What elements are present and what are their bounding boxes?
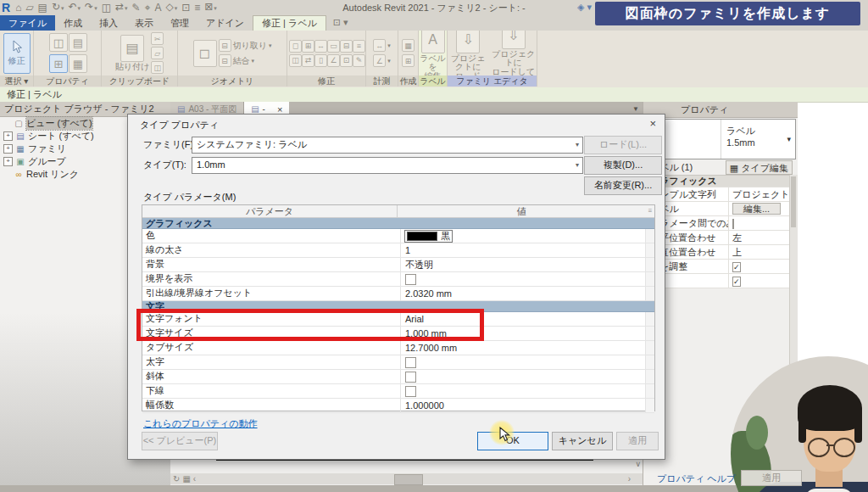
paste-icon[interactable]: ▤ — [120, 35, 144, 62]
measure-row2[interactable]: ∠▾ — [373, 54, 391, 67]
panel-label-修正[interactable]: 修正 — [287, 75, 365, 87]
chevron-down-icon[interactable]: ▾ — [787, 135, 791, 143]
param-row-線の太さ[interactable]: 線の太さ1 — [142, 243, 654, 258]
param-value[interactable] — [401, 384, 645, 398]
modify-tool-button[interactable]: 修正 — [3, 33, 31, 74]
modify-tool-icon[interactable]: ⊟ — [340, 40, 353, 53]
modify-tool-icon[interactable]: ✎ — [353, 54, 365, 67]
palette-param-value[interactable] — [728, 216, 789, 230]
param-row-引出線/境界線オフセット[interactable]: 引出線/境界線オフセット2.0320 mm — [142, 287, 654, 301]
tab-close-icon[interactable]: × — [277, 104, 282, 115]
expand-icon[interactable]: + — [3, 157, 13, 166]
geometry-icon[interactable]: ⊟ — [219, 54, 231, 67]
aligned-dimension-icon[interactable]: ↔ — [373, 39, 386, 52]
modify-tool-icon[interactable]: ⊡ — [340, 54, 353, 67]
param-row-幅係数[interactable]: 幅係数1.000000 — [142, 399, 654, 413]
palette-param-value[interactable]: プロジェクト発行日... — [728, 187, 789, 201]
panel-label-選択 ▾[interactable]: 選択 ▾ — [0, 75, 33, 87]
expand-icon[interactable]: + — [3, 131, 13, 141]
cancel-button[interactable]: キャンセル — [552, 432, 613, 450]
infocenter-icons[interactable]: ◈ ▾ — [577, 2, 592, 13]
param-row-太字[interactable]: 太字 — [142, 355, 654, 370]
properties-tool-icon[interactable]: ▦ — [69, 54, 87, 73]
panel-label-ラベル[interactable]: ラベル — [419, 75, 447, 87]
param-value[interactable]: 1 — [401, 243, 645, 257]
edit-label-button[interactable]: Aラベルを編集 — [419, 31, 447, 75]
palette-apply-button[interactable]: 適用 — [741, 470, 802, 486]
edit-button[interactable]: 編集... — [732, 203, 781, 215]
ribbon-tab-表示[interactable]: 表示 — [126, 15, 162, 31]
paste-button[interactable]: ▤貼り付け — [115, 35, 149, 71]
family-select[interactable]: システムファミリ: ラベル ▾ — [192, 137, 583, 154]
modify-tool-icon[interactable]: ▯ — [314, 54, 327, 67]
param-row-背景[interactable]: 背景不透明 — [142, 258, 654, 272]
clipboard-tool-icon[interactable]: ◫ — [151, 61, 164, 74]
modify-tool-icon[interactable]: ≡ — [353, 40, 365, 53]
param-value[interactable]: 2.0320 mm — [401, 287, 645, 300]
scroll-right-icon[interactable]: › — [628, 474, 631, 484]
clipboard-tool-icon[interactable]: ▱ — [151, 47, 164, 59]
properties-palette-toggle-icon[interactable]: ⊞ — [49, 54, 68, 73]
param-row-境界を表示[interactable]: 境界を表示 — [142, 272, 654, 287]
palette-scrollbar-thumb[interactable] — [791, 176, 796, 227]
type-select[interactable]: 1.0mm ▾ — [192, 157, 583, 174]
clipboard-tool-icon[interactable]: ✂ — [151, 32, 164, 45]
measure-row[interactable]: ↔▾ — [373, 39, 391, 52]
properties-tool-icon[interactable]: ◫ — [49, 33, 68, 52]
checkbox[interactable] — [405, 372, 416, 383]
palette-param-value[interactable]: ✓ — [728, 274, 789, 288]
modify-tool-icon[interactable]: ⇄ — [302, 54, 314, 67]
ribbon-tab-アドイン[interactable]: アドイン — [198, 15, 253, 31]
checkbox[interactable]: ✓ — [732, 277, 741, 287]
load-into-project-button[interactable]: ⇩プロジェクトにロード — [448, 31, 488, 75]
param-row-タブサイズ[interactable]: タブサイズ12.7000 mm — [142, 341, 654, 355]
expand-icon[interactable]: + — [3, 144, 13, 154]
preview-button[interactable]: << プレビュー(P) — [142, 432, 218, 450]
geometry-tool-結合[interactable]: ⊟結合▾ — [219, 54, 255, 67]
palette-param-value[interactable]: 上 — [728, 245, 789, 259]
param-value[interactable]: 1.000000 — [401, 399, 645, 412]
checkbox[interactable] — [732, 219, 734, 229]
ribbon-tab-修正 | ラベル[interactable]: 修正 | ラベル — [253, 15, 326, 31]
load-button[interactable]: ロード(L)... — [584, 136, 662, 154]
dialog-apply-button[interactable]: 適用 — [616, 432, 659, 450]
param-value[interactable] — [401, 370, 645, 383]
param-row-色[interactable]: 色黒 — [142, 229, 654, 243]
close-icon[interactable]: × — [649, 117, 656, 130]
horizontal-scrollbar[interactable]: ↻ ▦ ‹ › — [170, 473, 643, 484]
geometry-tool-切り取り[interactable]: ⊟切り取り▾ — [219, 39, 272, 52]
load-into-project-icon[interactable]: ⇩ — [502, 31, 526, 49]
checkbox[interactable] — [405, 357, 416, 368]
rename-button[interactable]: 名前変更(R)... — [584, 176, 662, 195]
ribbon-tab-管理[interactable]: 管理 — [162, 15, 198, 31]
panel-label-クリップボード[interactable]: クリップボード — [102, 75, 177, 87]
value-column-header[interactable]: 値 — [398, 205, 646, 217]
tab-extra[interactable]: ⊡ ▾ — [326, 15, 355, 32]
modify-tool-icon[interactable]: ◻ — [289, 40, 302, 53]
view-list-dropdown-icon[interactable]: ▼ — [632, 105, 639, 113]
param-row-斜体[interactable]: 斜体 — [142, 370, 654, 384]
duplicate-button[interactable]: 複製(D)... — [584, 156, 662, 175]
modify-tool-icon[interactable]: ▭ — [327, 40, 340, 53]
palette-param-value[interactable]: 編集... — [728, 202, 789, 215]
views-cube-icon[interactable]: ▦ — [182, 474, 190, 484]
ribbon-tab-ファイル[interactable]: ファイル — [0, 15, 55, 31]
drawing-canvas[interactable]: ∨ ↻ ▦ ‹ › — [170, 456, 643, 485]
panel-label-作成[interactable]: 作成 — [398, 75, 418, 87]
param-column-header[interactable]: パラメータ — [142, 205, 398, 217]
properties-header[interactable]: プロパティ — [643, 102, 798, 118]
ribbon-tab-作成[interactable]: 作成 — [55, 15, 91, 31]
param-value[interactable]: 黒 — [401, 229, 645, 243]
geometry-icon[interactable]: ⊟ — [219, 39, 231, 52]
edit-label-icon[interactable]: A — [421, 31, 445, 53]
param-value[interactable]: 不透明 — [401, 258, 645, 271]
modify-tool-icon[interactable]: ◫ — [289, 54, 302, 67]
palette-param-value[interactable]: ✓ — [728, 260, 789, 273]
panel-label-計測[interactable]: 計測 — [366, 75, 398, 87]
edit-type-button[interactable]: ▦ タイプ編集 — [726, 160, 793, 175]
checkbox[interactable] — [405, 274, 416, 285]
properties-help-link[interactable]: プロパティ ヘルプ — [657, 472, 736, 485]
panel-label-プロパティ[interactable]: プロパティ — [34, 75, 101, 87]
modify-tool-icon[interactable]: ↔ — [314, 40, 327, 53]
load-into-project-button[interactable]: ⇩プロジェクトにロードして閉じる — [490, 31, 537, 75]
